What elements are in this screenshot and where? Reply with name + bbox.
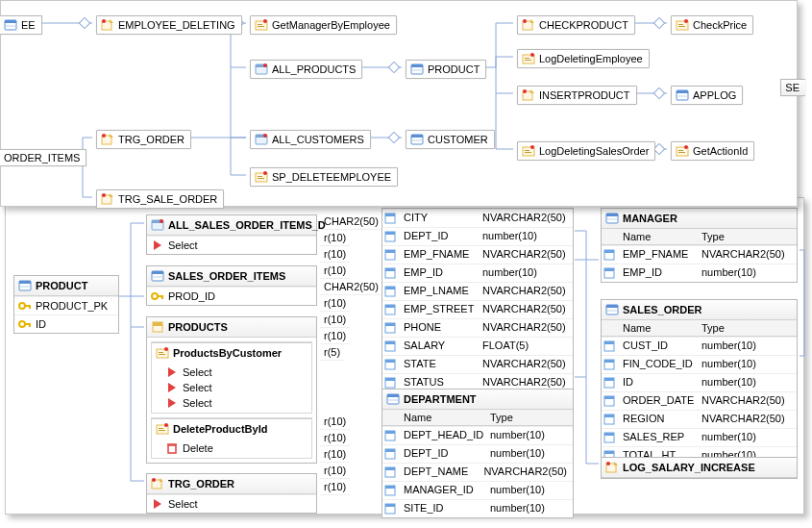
table-row[interactable]: DEPT_HEAD_IDnumber(10) [382,426,573,444]
node-label: CHECKPRODUCT [539,19,628,31]
panel-title: LOG_SALARY_INCREASE [623,462,755,473]
table-row[interactable]: DEPT_NAMENVARCHAR2(50) [382,463,573,481]
node-get-action-id[interactable]: GetActionId [671,141,754,161]
node-trg-sale-order[interactable]: TRG_SALE_ORDER [96,189,224,209]
node-customer[interactable]: CUSTOMER [406,130,495,149]
table-department[interactable]: DEPARTMENT NameType DEPT_HEAD_IDnumber(1… [381,389,574,518]
col-name: EMP_FNAME [398,246,477,264]
col-name: REGION [617,411,696,428]
node-checkprice[interactable]: CheckPrice [671,15,753,35]
table-row[interactable]: MANAGER_IDnumber(10) [382,481,573,499]
node-sp-deleteemployee[interactable]: SP_DELETEEMPLOYEE [250,167,398,187]
node-all-products[interactable]: ALL_PRODUCTS [250,60,362,79]
table-row[interactable]: EMP_IDnumber(10) [382,264,573,282]
type-label: r(10) [320,230,350,246]
table-row[interactable]: SITE_IDnumber(10) [382,499,573,517]
node-all-customers[interactable]: ALL_CUSTOMERS [250,130,371,149]
node-checkproduct[interactable]: CHECKPRODUCT [517,15,635,35]
node-label: SP_DELETEEMPLOYEE [272,171,391,183]
select-icon [165,365,179,379]
node-label: ALL_CUSTOMERS [272,134,364,145]
col-name: SALARY [398,338,477,355]
type-label: r(10) [320,446,350,463]
table-manager[interactable]: MANAGER NameType EMP_FNAMENVARCHAR2(50)E… [601,208,798,283]
panel-trg-order-lower[interactable]: TRG_ORDER Select [146,473,317,514]
node-label: ALL_PRODUCTS [272,63,356,75]
table-row[interactable]: EMP_FNAMENVARCHAR2(50) [602,245,797,264]
col-type: NVARCHAR2(50) [696,411,791,428]
table-row[interactable]: DEPT_IDnumber(10) [382,227,573,245]
node-label: CUSTOMER [428,134,488,145]
table-row[interactable]: EMP_LNAMENVARCHAR2(50) [382,282,573,300]
col-name: DEPT_HEAD_ID [398,427,484,444]
panel-all-sales-order-items[interactable]: ALL_SALES_ORDER_ITEMS_D Select [146,214,317,255]
delete-icon [165,441,179,455]
proc-label: ProductsByCustomer [173,347,282,359]
panel-sales-order-items[interactable]: SALES_ORDER_ITEMS PROD_ID [146,265,317,306]
view-icon [151,218,164,232]
node-applog[interactable]: APPLOG [671,86,743,105]
action-label: Select [183,382,212,393]
panel-title: TRG_ORDER [168,478,234,490]
node-trg-order[interactable]: TRG_ORDER [96,130,191,149]
column-icon [603,394,616,408]
table-row[interactable]: CITYNVARCHAR2(50) [382,209,573,227]
col-header: Type [696,320,730,336]
col-type: NVARCHAR2(50) [696,392,791,410]
panel-products-pkg[interactable]: PRODUCTS ProductsByCustomer Select Selec… [146,316,317,464]
table-row[interactable]: EMP_STREETNVARCHAR2(50) [382,300,573,318]
node-label: INSERTPRODUCT [539,89,630,101]
select-icon [165,396,179,410]
col-type: NVARCHAR2(50) [477,301,572,318]
node-employee[interactable]: EE [0,15,42,35]
table-row[interactable]: SALARYFLOAT(5) [382,337,573,355]
col-name: ID [617,374,696,391]
node-employee-deleting[interactable]: EMPLOYEE_DELETING [96,15,242,35]
table-icon [605,303,619,316]
panel-product[interactable]: PRODUCT PRODUCT_PK ID [13,275,119,334]
table-row[interactable]: PHONENVARCHAR2(50) [382,318,573,337]
node-insertproduct[interactable]: INSERTPRODUCT [517,86,637,105]
table-log-salary-increase[interactable]: LOG_SALARY_INCREASE [601,457,798,479]
table-row[interactable]: CUST_IDnumber(10) [602,337,797,355]
node-log-deleting-sales-order[interactable]: LogDeletingSalesOrder [517,141,655,161]
action-label: Delete [183,442,213,454]
action-label: Select [168,239,198,251]
col-name: EMP_ID [617,264,696,282]
node-order-items[interactable]: ORDER_ITEMS [0,149,86,166]
table-icon [386,392,400,406]
node-partial-right[interactable]: SE [780,79,805,96]
table-row[interactable]: FIN_CODE_IDnumber(10) [602,355,797,373]
column-icon [383,429,397,442]
field-label: PROD_ID [168,290,215,302]
table-row[interactable]: EMP_IDnumber(10) [602,264,797,282]
table-row[interactable]: EMP_FNAMENVARCHAR2(50) [382,245,573,264]
table-row[interactable]: SALES_REPnumber(10) [602,428,797,446]
panel-title: SALES_ORDER_ITEMS [168,270,285,282]
node-log-deleting-employee[interactable]: LogDeletingEmployee [517,49,650,68]
table-row[interactable]: DEPT_IDnumber(10) [382,444,573,463]
panel-title: ALL_SALES_ORDER_ITEMS_D [168,219,326,231]
type-label: CHAR2(50) [320,214,382,230]
table-employee-cols[interactable]: CITYNVARCHAR2(50)DEPT_IDnumber(10)EMP_FN… [381,208,574,411]
node-product-flow[interactable]: PRODUCT [406,60,486,79]
node-label: SE [785,82,800,93]
table-row[interactable]: REGIONNVARCHAR2(50) [602,410,797,428]
col-type: NVARCHAR2(50) [477,246,572,264]
node-label: LogDeletingEmployee [539,53,643,64]
table-row[interactable]: ORDER_DATENVARCHAR2(50) [602,391,797,410]
table-row[interactable]: STATENVARCHAR2(50) [382,355,573,373]
table-sales-order[interactable]: SALES_ORDER NameType CUST_IDnumber(10)FI… [601,299,798,465]
action-label: Select [183,366,212,378]
col-header: Name [617,320,696,336]
column-icon [383,303,397,316]
node-label: TRG_ORDER [118,134,185,145]
node-get-manager-by-employee[interactable]: GetManagerByEmployee [250,15,397,35]
col-header: Type [696,229,730,244]
node-label: EE [21,19,36,31]
table-row[interactable]: IDnumber(10) [602,373,797,391]
col-type: number(10) [484,500,551,517]
node-label: PRODUCT [428,63,480,75]
panel-title: SALES_ORDER [623,304,702,315]
column-icon [383,465,397,479]
